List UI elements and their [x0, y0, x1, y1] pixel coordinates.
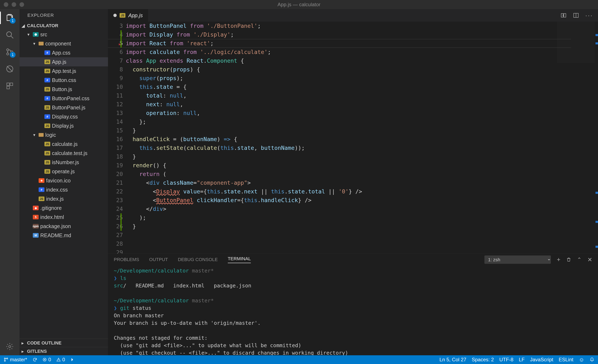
- minimap[interactable]: [557, 22, 595, 63]
- tree-item-label: operate.js: [52, 169, 75, 175]
- svg-point-17: [7, 358, 8, 359]
- tree-item[interactable]: ▾component: [19, 39, 108, 48]
- window-title: App.js — calculator: [0, 2, 598, 8]
- tree-item-label: isNumber.js: [52, 159, 79, 165]
- tree-item[interactable]: ▾⬢src: [19, 30, 108, 39]
- tab-app-js[interactable]: JS App.js: [108, 9, 148, 22]
- editor[interactable]: 3456789101112131415161718192021222324252…: [108, 22, 598, 254]
- panel-maximize-icon[interactable]: ⌃: [577, 257, 581, 263]
- status-eol[interactable]: LF: [519, 357, 525, 363]
- svg-point-2: [7, 49, 9, 51]
- git-icon: ◆: [33, 206, 39, 210]
- tree-item[interactable]: ▾logic: [19, 130, 108, 139]
- status-branch[interactable]: master*: [4, 357, 27, 363]
- tree-item[interactable]: JScalculate.test.js: [19, 149, 108, 158]
- activity-explorer[interactable]: 1: [5, 13, 15, 23]
- tree-item-label: Display.js: [52, 123, 74, 129]
- tree-item[interactable]: JSDisplay.js: [19, 121, 108, 130]
- tab-bar: JS App.js ···: [108, 9, 598, 22]
- terminal-select[interactable]: 1: zsh: [484, 255, 551, 264]
- html-icon: 5: [33, 215, 39, 219]
- status-warnings[interactable]: 0: [57, 357, 65, 363]
- panel-close-icon[interactable]: ✕: [587, 256, 592, 263]
- sidebar-section-code-outline[interactable]: ▸CODE OUTLINE: [19, 339, 108, 347]
- tree-item[interactable]: JSApp.test.js: [19, 66, 108, 75]
- tree-item[interactable]: #Button.css: [19, 75, 108, 85]
- traffic-min[interactable]: [12, 2, 16, 7]
- react-icon: ⬢: [33, 32, 39, 37]
- new-terminal-icon[interactable]: +: [557, 256, 560, 263]
- panel-tab-output[interactable]: OUTPUT: [149, 257, 168, 262]
- line-numbers: 3456789101112131415161718192021222324252…: [108, 22, 126, 254]
- tree-item[interactable]: JScalculate.js: [19, 139, 108, 149]
- activity-debug[interactable]: [5, 64, 15, 74]
- terminal-output[interactable]: ~/Development/calculator master* ❯ ls sr…: [108, 266, 598, 355]
- svg-line-1: [11, 36, 13, 38]
- status-errors[interactable]: 0: [42, 357, 51, 363]
- fold-icon: [39, 133, 44, 137]
- tree-item[interactable]: JSButton.js: [19, 85, 108, 94]
- css-icon: #: [39, 187, 44, 192]
- tree-item-label: package.json: [40, 223, 71, 229]
- status-language[interactable]: JavaScript: [530, 357, 553, 363]
- tree-item[interactable]: JSindex.js: [19, 194, 108, 203]
- tree-item[interactable]: #Display.css: [19, 112, 108, 121]
- svg-point-15: [4, 358, 6, 359]
- css-icon: #: [44, 78, 50, 82]
- tree-item[interactable]: JSApp.js: [19, 57, 108, 66]
- tab-label: App.js: [128, 12, 143, 18]
- tree-item[interactable]: JSButtonPanel.js: [19, 103, 108, 112]
- panel-tab-debug-console[interactable]: DEBUG CONSOLE: [178, 257, 218, 262]
- tree-item[interactable]: JSisNumber.js: [19, 158, 108, 167]
- status-encoding[interactable]: UTF-8: [499, 357, 514, 363]
- svg-point-10: [9, 346, 11, 348]
- tree-item[interactable]: #App.css: [19, 48, 108, 57]
- more-icon[interactable]: ···: [585, 12, 593, 19]
- tree-item[interactable]: MREADME.md: [19, 231, 108, 240]
- tree-item[interactable]: 5index.html: [19, 212, 108, 222]
- tree-item-label: index.css: [46, 187, 68, 193]
- activity-scm[interactable]: 1: [5, 47, 15, 57]
- status-bell-icon[interactable]: [590, 357, 594, 362]
- traffic-close[interactable]: [4, 2, 8, 7]
- traffic-max[interactable]: [19, 2, 24, 7]
- tree-item[interactable]: #index.css: [19, 185, 108, 194]
- status-eslint[interactable]: ESLint: [559, 357, 573, 363]
- status-sync[interactable]: [33, 357, 37, 362]
- test-icon: JS: [44, 151, 50, 155]
- panel-tab-terminal[interactable]: TERMINAL: [228, 256, 251, 263]
- compare-icon[interactable]: [560, 12, 567, 18]
- tree-item-label: calculate.test.js: [52, 150, 87, 156]
- tree-item-label: index.html: [40, 214, 64, 220]
- tree-item-label: .gitignore: [40, 205, 62, 211]
- svg-rect-8: [10, 83, 13, 86]
- svg-point-0: [7, 32, 11, 37]
- tree-item[interactable]: npmpackage.json: [19, 222, 108, 231]
- tree-item-label: App.js: [52, 59, 66, 65]
- kill-terminal-icon[interactable]: [566, 257, 571, 263]
- tree-item-label: ButtonPanel.js: [52, 105, 85, 111]
- status-prettier-icon[interactable]: [70, 357, 74, 362]
- file-tree: ▾⬢src▾component#App.cssJSApp.jsJSApp.tes…: [19, 30, 108, 339]
- activity-extensions[interactable]: [5, 81, 15, 91]
- tree-item[interactable]: JSoperate.js: [19, 167, 108, 176]
- activity-search[interactable]: [5, 30, 15, 40]
- tree-item[interactable]: ★favicon.ico: [19, 176, 108, 185]
- tree-item[interactable]: ◆.gitignore: [19, 203, 108, 212]
- js-icon: JS: [39, 196, 44, 201]
- tree-item[interactable]: #ButtonPanel.css: [19, 94, 108, 103]
- tree-item-label: App.css: [52, 50, 70, 56]
- titlebar: App.js — calculator: [0, 0, 598, 9]
- activity-settings[interactable]: [5, 342, 15, 352]
- sidebar-section-calculator[interactable]: ◢ CALCULATOR: [19, 22, 108, 30]
- explorer-badge: 1: [10, 18, 16, 24]
- sidebar-section-gitlens[interactable]: ▸GITLENS: [19, 347, 108, 355]
- panel-tab-problems[interactable]: PROBLEMS: [114, 257, 139, 262]
- js-icon: JS: [44, 169, 50, 174]
- status-cursor-pos[interactable]: Ln 5, Col 27: [440, 357, 466, 363]
- tree-item-label: Button.css: [52, 77, 76, 83]
- status-spaces[interactable]: Spaces: 2: [472, 357, 494, 363]
- split-editor-icon[interactable]: [573, 12, 579, 18]
- code-content[interactable]: import ButtonPanel from './ButtonPanel';…: [126, 22, 598, 254]
- status-feedback-icon[interactable]: ☺: [579, 356, 584, 363]
